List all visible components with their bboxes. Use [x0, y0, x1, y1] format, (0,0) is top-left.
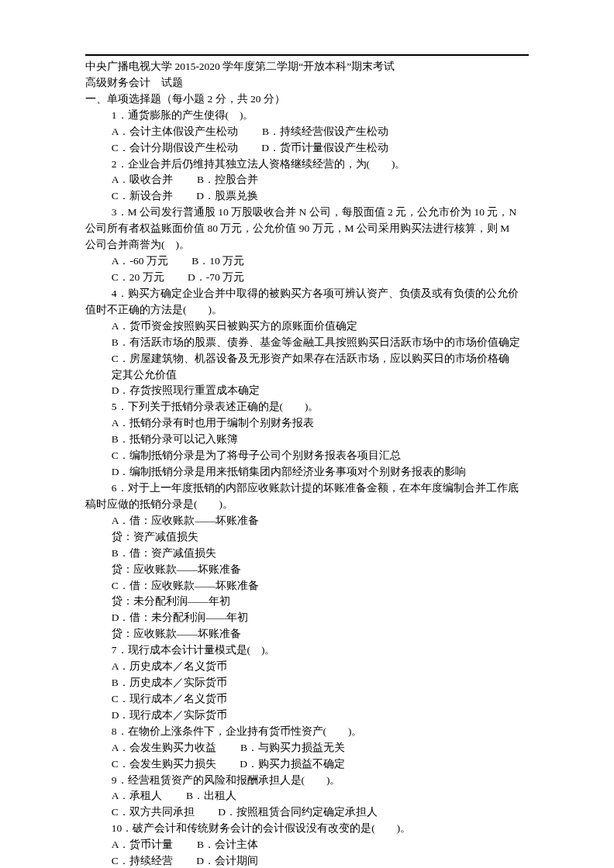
q6-line2: 稿时应做的抵销分录是( )。	[85, 497, 529, 513]
q3-option-b: B．10 万元	[191, 253, 244, 270]
q7-option-b: B．历史成本／实际货币	[85, 675, 529, 691]
q2-options-row1: A．吸收合并 B．控股合并	[85, 172, 529, 188]
q5-option-a: A．抵销分录有时也用于编制个别财务报表	[85, 415, 529, 432]
q4-option-c-line2: 定其公允价值	[85, 367, 529, 384]
q3-option-c: C．20 万元	[112, 270, 164, 286]
q8-option-c: C．会发生购买力损失	[112, 756, 216, 773]
q4-line1: 4．购买方确定企业合并中取得的被购买方各项可辨认资产、负债及或有负债的公允价	[85, 286, 529, 302]
q5-stem: 5．下列关于抵销分录表述正确的是( )。	[85, 399, 529, 415]
top-rule	[85, 54, 529, 56]
q9-options-row2: C．双方共同承担 D．按照租赁合同约定确定承担人	[85, 804, 529, 821]
q3-line1: 3．M 公司发行普通股 10 万股吸收合并 N 公司，每股面值 2 元，公允市价…	[85, 205, 529, 221]
q3-option-a: A．-60 万元	[112, 253, 168, 270]
q2-option-a: A．吸收合并	[112, 172, 174, 188]
q3-options-row1: A．-60 万元 B．10 万元	[85, 253, 529, 270]
q6-option-c-line2: 贷：未分配利润——年初	[85, 594, 529, 610]
q4-option-b: B．有活跃市场的股票、债券、基金等金融工具按照购买日活跃市场中的市场价值确定	[85, 335, 529, 351]
q6-option-a-line1: A．借：应收账款——坏账准备	[85, 513, 529, 529]
q7-stem: 7．现行成本会计计量模式是( )。	[85, 642, 529, 659]
q5-option-c: C．编制抵销分录是为了将母子公司个别财务报表各项目汇总	[85, 448, 529, 464]
q9-options-row1: A．承租人 B．出租人	[85, 788, 529, 804]
q10-option-b: B．会计主体	[197, 837, 258, 853]
q3-options-row2: C．20 万元 D．-70 万元	[85, 270, 529, 286]
q5-option-b: B．抵销分录可以记入账簿	[85, 432, 529, 448]
q6-option-d-line1: D．借：未分配利润——年初	[85, 610, 529, 626]
section-1-title: 一、单项选择题（每小题 2 分，共 20 分）	[85, 91, 529, 108]
q2-options-row2: C．新设合并 D．股票兑换	[85, 188, 529, 205]
q1-option-b: B．持续经营假设产生松动	[262, 124, 388, 140]
q9-option-a: A．承租人	[112, 788, 163, 804]
q7-option-a: A．历史成本／名义货币	[85, 659, 529, 675]
q9-stem: 9．经营租赁资产的风险和报酬承担人是( )。	[85, 773, 529, 789]
q3-option-d: D．-70 万元	[188, 270, 244, 286]
q6-option-b-line2: 贷：应收账款——坏账准备	[85, 562, 529, 578]
q4-option-c-line1: C．房屋建筑物、机器设备及无形资产如果存在活跃市场，应以购买日的市场价格确	[85, 351, 529, 367]
q6-option-c-line1: C．借：应收账款——坏账准备	[85, 578, 529, 594]
q1-options-row2: C．会计分期假设产生松动 D．货币计量假设产生松动	[85, 140, 529, 157]
q4-option-d: D．存货按照现行重置成本确定	[85, 383, 529, 399]
q10-option-a: A．货币计量	[112, 837, 174, 853]
q7-option-d: D．现行成本／实际货币	[85, 708, 529, 724]
q8-options-row2: C．会发生购买力损失 D．购买力损益不确定	[85, 756, 529, 773]
q1-option-c: C．会计分期假设产生松动	[112, 140, 238, 157]
q10-options-row2: C．持续经营 D．会计期间	[85, 853, 529, 868]
q10-option-d: D．会计期间	[196, 853, 258, 868]
q4-option-a: A．货币资金按照购买日被购买方的原账面价值确定	[85, 319, 529, 335]
q5-option-d: D．编制抵销分录是用来抵销集团内部经济业务事项对个别财务报表的影响	[85, 464, 529, 480]
q6-option-b-line1: B．借：资产减值损失	[85, 546, 529, 562]
q2-option-b: B．控股合并	[197, 172, 258, 188]
q6-line1: 6．对于上一年度抵销的内部应收账款计提的坏账准备金额，在本年度编制合并工作底	[85, 480, 529, 497]
q8-stem: 8．在物价上涨条件下，企业持有货币性资产( )。	[85, 724, 529, 740]
q9-option-c: C．双方共同承担	[112, 804, 195, 821]
q3-line2: 公司所有者权益账面价值 80 万元，公允价值 90 万元，M 公司采用购买法进行…	[85, 221, 529, 237]
q1-option-d: D．货币计量假设产生松动	[261, 140, 388, 157]
q10-options-row1: A．货币计量 B．会计主体	[85, 837, 529, 853]
q6-option-a-line2: 贷：资产减值损失	[85, 529, 529, 546]
q3-line3: 公司合并商誉为( )。	[85, 237, 529, 253]
exam-page: 中央广播电视大学 2015-2020 学年度第二学期“开放本科”期末考试 高级财…	[0, 0, 614, 868]
q1-option-a: A．会计主体假设产生松动	[112, 124, 239, 140]
q4-line2: 值时不正确的方法是( )。	[85, 302, 529, 319]
q2-option-c: C．新设合并	[112, 188, 173, 205]
q8-options-row1: A．会发生购买力收益 B．与购买力损益无关	[85, 740, 529, 756]
q2-stem: 2．企业合并后仍维持其独立法人资格继续经营的，为( )。	[85, 157, 529, 173]
q9-option-b: B．出租人	[186, 788, 236, 804]
q1-stem: 1．通货膨胀的产生使得( )。	[85, 108, 529, 124]
q1-options-row1: A．会计主体假设产生松动 B．持续经营假设产生松动	[85, 124, 529, 140]
q10-option-c: C．持续经营	[112, 853, 173, 868]
exam-header-line1: 中央广播电视大学 2015-2020 学年度第二学期“开放本科”期末考试	[85, 59, 529, 75]
q7-option-c: C．现行成本／名义货币	[85, 691, 529, 708]
q6-option-d-line2: 贷：应收账款——坏账准备	[85, 626, 529, 642]
exam-header-line2: 高级财务会计 试题	[85, 75, 529, 91]
q9-option-d: D．按照租赁合同约定确定承担人	[218, 804, 378, 821]
q8-option-b: B．与购买力损益无关	[240, 740, 345, 756]
q10-stem: 10．破产会计和传统财务会计的会计假设没有改变的是( )。	[85, 821, 529, 837]
q2-option-d: D．股票兑换	[196, 188, 258, 205]
q8-option-d: D．购买力损益不确定	[240, 756, 345, 773]
q8-option-a: A．会发生购买力收益	[112, 740, 217, 756]
